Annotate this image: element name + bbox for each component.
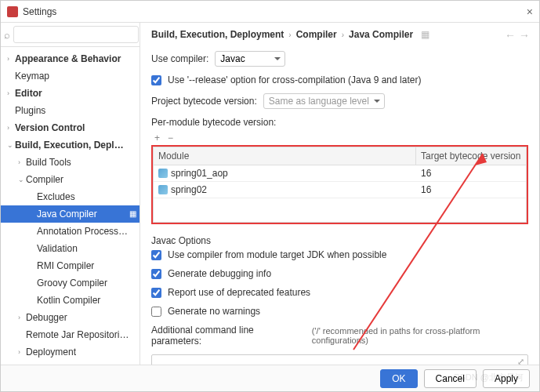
proj-bytecode-label: Project bytecode version:	[151, 96, 257, 107]
opt4-checkbox[interactable]	[151, 307, 161, 317]
sidebar-item-deployment[interactable]: ›Deployment▦	[1, 343, 140, 361]
ok-button[interactable]: OK	[380, 369, 417, 388]
sidebar-item-remote-jar-repositories[interactable]: Remote Jar Repositories▦	[1, 326, 140, 343]
breadcrumb: Build, Execution, Deployment › Compiler …	[151, 29, 528, 40]
remove-icon[interactable]: −	[168, 132, 173, 143]
search-icon: ⌕	[4, 29, 10, 41]
footer: OK Cancel Apply CSDN @北方星河	[1, 365, 539, 391]
settings-tree[interactable]: ›Appearance & Behavior▦Keymap▦›Editor▦Pl…	[1, 47, 140, 365]
use-compiler-label: Use compiler:	[151, 53, 208, 64]
sidebar-item-excludes[interactable]: Excludes▦	[1, 188, 140, 205]
cancel-button[interactable]: Cancel	[424, 369, 477, 388]
window-title: Settings	[23, 6, 527, 17]
sidebar-item-compiler[interactable]: ⌄Compiler▦	[1, 171, 140, 188]
pin-icon[interactable]: ▦	[421, 29, 429, 40]
add-icon[interactable]: +	[154, 132, 160, 143]
sidebar: ⌕ ›Appearance & Behavior▦Keymap▦›Editor▦…	[1, 23, 140, 365]
content-pane: ← → Build, Execution, Deployment › Compi…	[140, 23, 539, 365]
sidebar-item-editor[interactable]: ›Editor▦	[1, 85, 140, 102]
sidebar-item-keymap[interactable]: Keymap▦	[1, 67, 140, 85]
table-row[interactable]: spring01_aop16	[154, 165, 526, 182]
sidebar-item-build-execution-deployment[interactable]: ⌄Build, Execution, Deployment▦	[1, 136, 140, 154]
sidebar-item-java-compiler[interactable]: Java Compiler▦	[1, 205, 140, 223]
sidebar-item-plugins[interactable]: Plugins▦	[1, 102, 140, 119]
sidebar-item-groovy-compiler[interactable]: Groovy Compiler▦	[1, 274, 140, 292]
opt2-checkbox[interactable]	[151, 269, 161, 279]
module-toolbar: + −	[151, 131, 528, 145]
search-input[interactable]	[13, 26, 139, 43]
expand-icon[interactable]: ⤢	[517, 357, 524, 365]
apply-button[interactable]: Apply	[483, 369, 530, 388]
release-checkbox[interactable]	[151, 75, 161, 85]
sidebar-item-debugger[interactable]: ›Debugger▦	[1, 309, 140, 326]
search-row: ⌕	[1, 23, 140, 47]
sidebar-item-version-control[interactable]: ›Version Control▦	[1, 119, 140, 136]
sidebar-item-annotation-processors[interactable]: Annotation Processors▦	[1, 223, 140, 240]
opt3-checkbox[interactable]	[151, 288, 161, 298]
module-bytecode-table: Module Target bytecode version spring01_…	[153, 147, 527, 223]
module-icon	[158, 169, 168, 178]
use-compiler-select[interactable]: Javac	[215, 51, 285, 67]
sidebar-item-rmi-compiler[interactable]: RMI Compiler▦	[1, 257, 140, 274]
sidebar-item-build-tools[interactable]: ›Build Tools▦	[1, 154, 140, 171]
opt1-checkbox[interactable]	[151, 250, 161, 260]
nav-arrows[interactable]: ← →	[505, 29, 530, 42]
sidebar-item-appearance-behavior[interactable]: ›Appearance & Behavior▦	[1, 50, 140, 67]
highlighted-region: Module Target bytecode version spring01_…	[151, 145, 528, 224]
title-bar: Settings ×	[1, 1, 539, 23]
close-icon[interactable]: ×	[527, 5, 533, 18]
module-icon	[158, 185, 168, 194]
table-row[interactable]: spring0216	[154, 182, 526, 198]
app-icon	[7, 6, 18, 17]
sidebar-item-validation[interactable]: Validation▦	[1, 240, 140, 257]
proj-bytecode-select[interactable]: Same as language level	[263, 93, 385, 109]
sidebar-item-kotlin-compiler[interactable]: Kotlin Compiler▦	[1, 292, 140, 309]
cmdline-input[interactable]: ⤢	[151, 354, 528, 365]
